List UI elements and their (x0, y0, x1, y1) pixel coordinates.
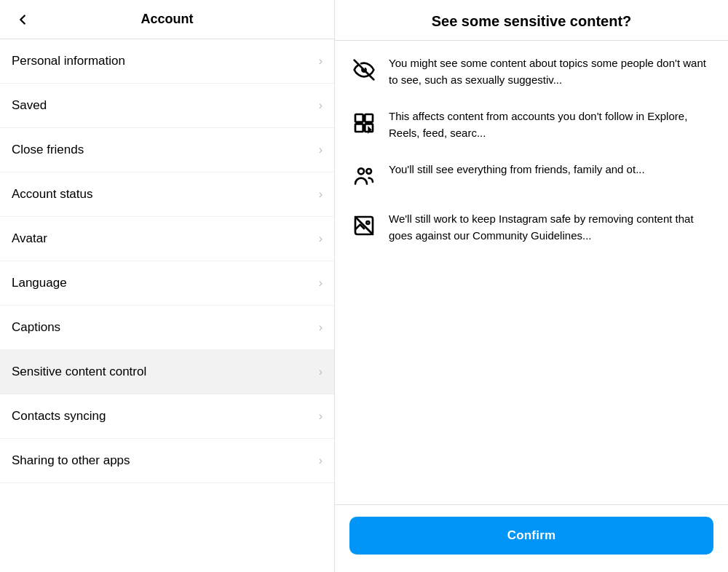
menu-item-captions[interactable]: Captions › (0, 306, 334, 350)
content-item-1: You might see some content about topics … (349, 55, 713, 88)
right-panel: See some sensitive content? You might se… (335, 0, 728, 572)
content-item-4: We'll still work to keep Instagram safe … (349, 211, 713, 244)
menu-item-label: Sensitive content control (12, 365, 146, 379)
menu-item-contacts-syncing[interactable]: Contacts syncing › (0, 394, 334, 439)
reels-icon (349, 108, 379, 138)
menu-item-avatar[interactable]: Avatar › (0, 217, 334, 261)
svg-rect-2 (365, 114, 373, 122)
menu-list: Personal information › Saved › Close fri… (0, 39, 334, 572)
back-button[interactable] (12, 9, 33, 31)
chevron-icon: › (319, 99, 323, 112)
svg-rect-3 (355, 124, 363, 132)
menu-item-label: Saved (12, 98, 47, 113)
account-header: Account (0, 0, 334, 39)
content-text-4: We'll still work to keep Instagram safe … (389, 211, 713, 244)
chevron-icon: › (319, 55, 323, 68)
menu-item-label: Account status (12, 187, 93, 202)
eye-off-icon (349, 55, 379, 84)
menu-item-sharing-to-other-apps[interactable]: Sharing to other apps › (0, 439, 334, 483)
svg-point-6 (358, 168, 364, 174)
content-list: You might see some content about topics … (335, 41, 728, 504)
menu-item-label: Language (12, 276, 67, 290)
chevron-icon: › (319, 188, 323, 201)
menu-item-personal-information[interactable]: Personal information › (0, 39, 334, 84)
confirm-area: Confirm (335, 504, 728, 572)
menu-item-label: Contacts syncing (12, 409, 106, 424)
left-panel: Account Personal information › Saved › C… (0, 0, 335, 572)
content-text-2: This affects content from accounts you d… (389, 108, 713, 141)
menu-item-label: Captions (12, 320, 60, 335)
svg-point-10 (366, 221, 369, 224)
svg-rect-1 (355, 114, 363, 122)
header-title: Account (141, 12, 194, 27)
menu-item-label: Sharing to other apps (12, 453, 130, 468)
chevron-icon: › (319, 454, 323, 467)
image-off-icon (349, 211, 379, 240)
menu-item-close-friends[interactable]: Close friends › (0, 128, 334, 172)
menu-item-language[interactable]: Language › (0, 261, 334, 306)
chevron-icon: › (319, 232, 323, 245)
chevron-icon: › (319, 277, 323, 290)
menu-item-saved[interactable]: Saved › (0, 84, 334, 128)
menu-item-label: Avatar (12, 231, 47, 246)
menu-item-label: Close friends (12, 143, 84, 157)
svg-point-7 (366, 169, 371, 174)
right-panel-title: See some sensitive content? (349, 13, 713, 30)
content-item-3: You'll still see everything from friends… (349, 162, 713, 191)
chevron-icon: › (319, 321, 323, 334)
chevron-icon: › (319, 143, 323, 156)
content-text-1: You might see some content about topics … (389, 55, 713, 88)
confirm-button[interactable]: Confirm (349, 517, 713, 555)
menu-item-label: Personal information (12, 54, 125, 68)
chevron-icon: › (319, 365, 323, 378)
right-header: See some sensitive content? (335, 0, 728, 41)
content-text-3: You'll still see everything from friends… (389, 162, 645, 178)
menu-item-sensitive-content-control[interactable]: Sensitive content control › (0, 350, 334, 394)
chevron-icon: › (319, 410, 323, 423)
content-item-2: This affects content from accounts you d… (349, 108, 713, 141)
menu-item-account-status[interactable]: Account status › (0, 172, 334, 217)
friends-icon (349, 162, 379, 191)
